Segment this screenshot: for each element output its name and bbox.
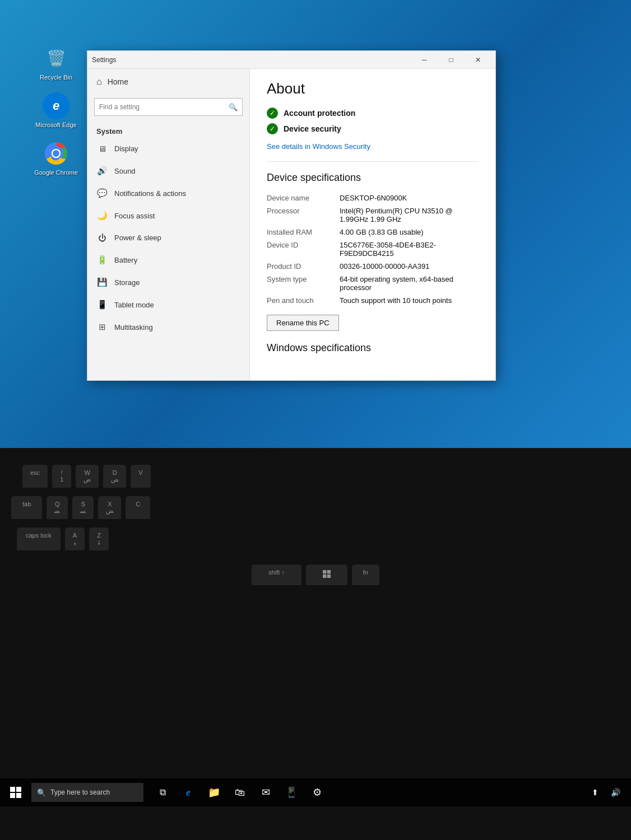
focus-icon: 🌙 xyxy=(96,211,108,221)
search-icon: 🔍 xyxy=(229,103,238,111)
window-body: ⌂ Home 🔍 System 🖥 Display 🔊 Sound xyxy=(87,69,495,380)
sidebar-home[interactable]: ⌂ Home xyxy=(87,69,249,95)
key-2[interactable]: Wﺽ xyxy=(76,465,99,489)
key-fn[interactable]: fn xyxy=(352,564,379,587)
device-specs-title: Device specifications xyxy=(267,172,479,184)
svg-rect-5 xyxy=(16,787,21,792)
microsoft-edge-icon[interactable]: e Microsoft Edge xyxy=(34,92,78,129)
recycle-bin-label: Recycle Bin xyxy=(40,74,72,81)
table-row: Product ID 00326-10000-00000-AA391 xyxy=(267,260,479,273)
spec-key: Pen and touch xyxy=(267,294,340,307)
sys-tray-icons[interactable]: ⬆ xyxy=(586,779,604,806)
tablet-icon: 📱 xyxy=(96,300,108,310)
taskbar-settings[interactable]: ⚙ xyxy=(305,779,330,806)
table-row: System type 64-bit operating system, x64… xyxy=(267,273,479,294)
close-button[interactable]: ✕ xyxy=(465,51,491,69)
taskbar-task-view[interactable]: ⧉ xyxy=(150,779,175,806)
sidebar-item-battery-label: Battery xyxy=(114,256,137,264)
window-controls: ─ □ ✕ xyxy=(411,51,491,69)
taskbar-search-label: Type here to search xyxy=(50,788,110,796)
sidebar-item-battery[interactable]: 🔋 Battery xyxy=(87,249,249,271)
svg-rect-7 xyxy=(16,793,21,798)
svg-rect-4 xyxy=(10,787,15,792)
keyboard-row-1: esc !1 Wﺽ Dﺺ V xyxy=(22,465,620,489)
sidebar-item-multitasking-label: Multitasking xyxy=(114,323,153,332)
network-icon: ⬆ xyxy=(592,788,598,797)
windows-security-link[interactable]: See details in Windows Security xyxy=(267,142,370,151)
key-windows[interactable] xyxy=(306,564,347,587)
key-z[interactable]: Zﺌ xyxy=(89,528,109,552)
spec-key: Installed RAM xyxy=(267,226,340,239)
edge-image: e xyxy=(43,92,69,119)
recycle-bin-image: 🗑️ xyxy=(43,45,69,72)
minimize-button[interactable]: ─ xyxy=(411,51,437,69)
taskbar-phone[interactable]: 📱 xyxy=(279,779,304,806)
key-4[interactable]: V xyxy=(131,465,150,489)
taskbar-edge[interactable]: e xyxy=(176,779,201,806)
key-3[interactable]: Dﺺ xyxy=(103,465,126,489)
sidebar-item-notifications[interactable]: 💬 Notifications & actions xyxy=(87,182,249,204)
desktop-icons: 🗑️ Recycle Bin e Microsoft Edge Goo xyxy=(34,45,78,177)
svg-rect-6 xyxy=(10,793,15,798)
key-esc[interactable]: esc xyxy=(22,465,48,489)
rename-pc-button[interactable]: Rename this PC xyxy=(267,315,339,331)
sidebar-item-sound[interactable]: 🔊 Sound xyxy=(87,160,249,182)
taskbar-store[interactable]: 🛍 xyxy=(228,779,252,806)
keyboard-row-4: shift ↑ fn xyxy=(11,564,620,587)
spec-key: System type xyxy=(267,273,340,294)
key-tab[interactable]: tab xyxy=(11,496,42,521)
sidebar-item-display-label: Display xyxy=(114,144,138,153)
chrome-image xyxy=(43,140,69,167)
search-input[interactable] xyxy=(99,103,229,111)
spec-value: Intel(R) Pentium(R) CPU N3510 @ 1.99GHz … xyxy=(340,204,479,226)
power-icon: ⏻ xyxy=(96,233,108,242)
start-button[interactable] xyxy=(2,779,29,806)
taskbar-file-explorer[interactable]: 📁 xyxy=(202,779,226,806)
task-view-icon: ⧉ xyxy=(160,787,166,797)
taskbar-search-bar[interactable]: 🔍 Type here to search xyxy=(31,783,143,802)
key-s[interactable]: Sﺴ xyxy=(72,496,94,521)
key-q[interactable]: Qﺼ xyxy=(47,496,68,521)
sidebar-item-power[interactable]: ⏻ Power & sleep xyxy=(87,227,249,249)
sidebar-item-tablet[interactable]: 📱 Tablet mode xyxy=(87,293,249,316)
keyboard: esc !1 Wﺽ Dﺺ V tab Qﺼ Sﺴ Xﺾ C caps lock … xyxy=(11,465,620,587)
main-content: About ✓ Account protection ✓ Device secu… xyxy=(250,69,495,380)
account-protection-item: ✓ Account protection xyxy=(267,108,479,119)
volume-icon-container[interactable]: 🔊 xyxy=(606,779,624,806)
battery-icon: 🔋 xyxy=(96,255,108,265)
chrome-label: Google Chrome xyxy=(34,169,78,176)
key-a[interactable]: Aﻴ xyxy=(65,528,85,552)
key-caps[interactable]: caps lock xyxy=(17,528,61,552)
taskbar-mail[interactable]: ✉ xyxy=(253,779,278,806)
keyboard-row-2: tab Qﺼ Sﺴ Xﺾ C xyxy=(11,496,620,521)
key-shift[interactable]: shift ↑ xyxy=(252,564,301,587)
volume-icon: 🔊 xyxy=(611,788,620,797)
sidebar-item-tablet-label: Tablet mode xyxy=(114,301,154,309)
storage-icon: 💾 xyxy=(96,277,108,287)
keyboard-row-3: caps lock Aﻴ Zﺌ xyxy=(17,528,620,552)
settings-icon: ⚙ xyxy=(313,786,322,799)
google-chrome-icon[interactable]: Google Chrome xyxy=(34,140,78,176)
sidebar-item-storage[interactable]: 💾 Storage xyxy=(87,271,249,293)
sidebar-item-focus[interactable]: 🌙 Focus assist xyxy=(87,204,249,227)
search-box[interactable]: 🔍 xyxy=(94,98,243,116)
section-divider xyxy=(267,161,479,162)
windows-specs-title: Windows specifications xyxy=(267,342,479,354)
sidebar-item-power-label: Power & sleep xyxy=(114,234,161,242)
notifications-icon: 💬 xyxy=(96,188,108,198)
device-security-label: Device security xyxy=(284,124,341,133)
svg-rect-10 xyxy=(323,575,326,578)
sidebar-item-multitasking[interactable]: ⊞ Multitasking xyxy=(87,316,249,338)
table-row: Device name DESKTOP-6N0900K xyxy=(267,192,479,204)
sidebar-item-display[interactable]: 🖥 Display xyxy=(87,138,249,160)
file-explorer-icon: 📁 xyxy=(208,786,220,799)
about-title: About xyxy=(267,80,479,97)
key-c[interactable]: C xyxy=(126,496,150,521)
display-icon: 🖥 xyxy=(96,144,108,153)
taskbar-icons: ⧉ e 📁 🛍 ✉ 📱 ⚙ xyxy=(150,779,330,806)
key-1[interactable]: !1 xyxy=(52,465,71,489)
maximize-button[interactable]: □ xyxy=(438,51,464,69)
sound-icon: 🔊 xyxy=(96,166,108,176)
recycle-bin-icon[interactable]: 🗑️ Recycle Bin xyxy=(34,45,78,81)
key-x[interactable]: Xﺾ xyxy=(98,496,121,521)
